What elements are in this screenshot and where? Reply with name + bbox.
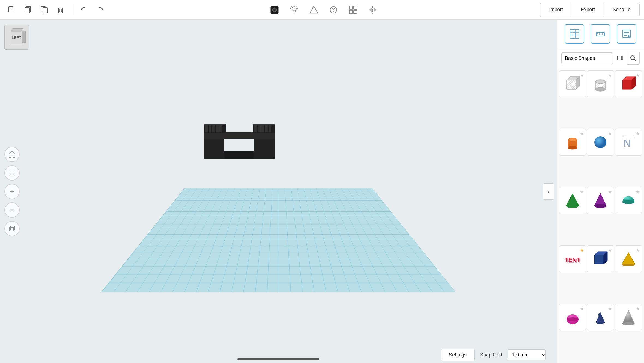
snap-grid-label: Snap Grid xyxy=(480,352,502,358)
shape-visual-3 xyxy=(619,74,638,93)
svg-point-106 xyxy=(594,204,606,208)
bottom-bar: Settings Snap Grid 1.0 mm 0.1 mm 0.5 mm … xyxy=(0,347,557,363)
import-button[interactable]: Import xyxy=(540,3,572,17)
shape-star-8[interactable]: ★ xyxy=(608,189,612,195)
shape-item-blue-prism[interactable]: ★ xyxy=(587,304,614,330)
shape-button[interactable] xyxy=(306,2,321,17)
shape-visual-5 xyxy=(591,133,610,152)
shape-star-12[interactable]: ★ xyxy=(636,247,640,253)
svg-rect-7 xyxy=(58,8,63,13)
undo-button[interactable] xyxy=(77,3,91,17)
fit-button[interactable] xyxy=(4,165,20,181)
shape-visual-4 xyxy=(563,133,582,152)
3d-model[interactable] xyxy=(187,118,291,169)
new-page-button[interactable] xyxy=(4,3,19,17)
light-button[interactable] xyxy=(287,2,302,17)
shape-item-white-cube[interactable]: ★ xyxy=(559,70,586,97)
copy-button[interactable] xyxy=(21,3,35,17)
next-button[interactable]: › xyxy=(543,183,554,200)
send-to-button[interactable]: Send To xyxy=(604,3,640,17)
view-button[interactable] xyxy=(267,2,282,17)
svg-marker-82 xyxy=(628,35,630,37)
shape-star-3[interactable]: ★ xyxy=(636,72,640,78)
ruler-panel-button[interactable] xyxy=(591,24,610,44)
shape-item-green-pyramid[interactable]: ★ xyxy=(559,187,586,214)
shape-item-blue-sphere[interactable]: ★ xyxy=(587,129,614,155)
shape-item-purple-cone[interactable]: ★ xyxy=(587,187,614,214)
svg-marker-113 xyxy=(622,253,635,264)
shape-visual-13 xyxy=(563,308,582,327)
shape-item-teal-half-sphere[interactable]: ★ xyxy=(615,187,642,214)
canvas-area[interactable]: LEFT xyxy=(0,20,557,363)
svg-rect-86 xyxy=(567,80,576,89)
svg-point-99 xyxy=(594,136,606,148)
shape-item-yellow-pyramid[interactable]: ★ xyxy=(615,245,642,272)
svg-rect-48 xyxy=(10,227,13,231)
svg-text:N: N xyxy=(624,138,631,149)
shape-item-cylinder-gray[interactable]: ★ xyxy=(587,70,614,97)
svg-rect-31 xyxy=(349,10,353,14)
shape-item-pink-half-sphere[interactable]: ★ xyxy=(559,304,586,330)
shape-item-letter-n[interactable]: ★ N xyxy=(615,129,642,155)
redo-button[interactable] xyxy=(93,3,107,17)
shape-item-red-box[interactable]: ★ xyxy=(615,70,642,97)
svg-point-92 xyxy=(595,87,605,91)
horizontal-scrollbar[interactable] xyxy=(237,358,319,360)
svg-point-91 xyxy=(595,80,605,84)
svg-rect-4 xyxy=(25,8,29,13)
svg-rect-32 xyxy=(354,10,357,14)
shape-visual-15 xyxy=(619,308,638,327)
shapes-dropdown[interactable]: Basic Shapes Letters Connectors Featured xyxy=(561,52,613,64)
duplicate-button[interactable] xyxy=(37,3,51,17)
svg-marker-114 xyxy=(622,264,635,266)
shape-visual-12 xyxy=(619,249,638,268)
orthographic-button[interactable] xyxy=(4,221,20,236)
shape-star-10[interactable]: ★ xyxy=(580,247,584,253)
shape-star-6[interactable]: ★ xyxy=(636,131,640,137)
delete-button[interactable] xyxy=(53,3,68,17)
svg-rect-61 xyxy=(254,124,257,132)
shape-star-5[interactable]: ★ xyxy=(608,131,612,137)
shape-visual-11 xyxy=(591,249,610,268)
svg-rect-64 xyxy=(265,124,268,132)
shape-star-4[interactable]: ★ xyxy=(580,131,584,137)
snap-grid-select[interactable]: 1.0 mm 0.1 mm 0.5 mm 2.0 mm 5.0 mm 10.0 … xyxy=(508,349,546,360)
shape-star-7[interactable]: ★ xyxy=(580,189,584,195)
notes-panel-button[interactable] xyxy=(617,24,636,44)
zoom-out-button[interactable] xyxy=(4,202,20,218)
grid-plane xyxy=(101,188,455,292)
shape-star-2[interactable]: ★ xyxy=(608,72,612,78)
shape-star-9[interactable]: ★ xyxy=(636,189,640,195)
shape-star-14[interactable]: ★ xyxy=(608,306,612,312)
svg-rect-68 xyxy=(570,29,579,38)
shape-item-gray-cone[interactable]: ★ xyxy=(615,304,642,330)
align-button[interactable] xyxy=(326,2,341,17)
svg-rect-36 xyxy=(10,171,14,175)
shape-item-orange-cylinder[interactable]: ★ xyxy=(559,129,586,155)
export-button[interactable]: Export xyxy=(572,3,604,17)
left-tools xyxy=(4,147,20,236)
shape-item-blue-box[interactable]: ★ xyxy=(587,245,614,272)
group-button[interactable] xyxy=(345,2,361,17)
svg-rect-66 xyxy=(204,124,226,125)
settings-button[interactable]: Settings xyxy=(441,349,475,361)
shapes-grid: ★ ★ xyxy=(557,68,644,363)
shape-star-15[interactable]: ★ xyxy=(636,306,640,312)
shape-star-13[interactable]: ★ xyxy=(580,306,584,312)
svg-rect-29 xyxy=(349,6,353,9)
view-cube[interactable]: LEFT xyxy=(4,25,29,50)
shape-item-text[interactable]: ★ TENT TENT xyxy=(559,245,586,272)
shape-star-11[interactable]: ★ xyxy=(608,247,612,253)
zoom-in-button[interactable] xyxy=(4,184,20,199)
home-button[interactable] xyxy=(4,147,20,162)
toolbar: Import Export Send To xyxy=(0,0,644,20)
shape-visual-2 xyxy=(591,74,610,93)
search-shapes-button[interactable] xyxy=(627,52,640,65)
grid-panel-button[interactable] xyxy=(565,24,584,44)
svg-rect-6 xyxy=(43,8,47,13)
svg-line-102 xyxy=(633,136,635,138)
chevron-right-icon: › xyxy=(547,188,550,195)
svg-point-116 xyxy=(567,317,579,321)
shape-star-1[interactable]: ★ xyxy=(580,72,584,78)
mirror-button[interactable] xyxy=(365,2,380,17)
